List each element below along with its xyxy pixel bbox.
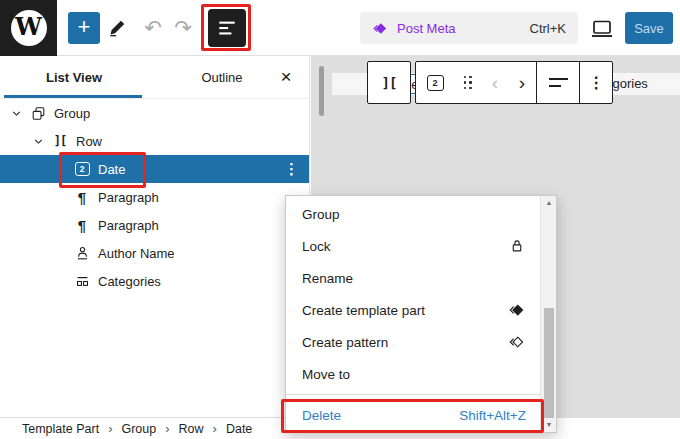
toolbar-options-button[interactable]: ⋮ [580,62,612,103]
list-view-item-label: Paragraph [98,190,159,205]
row-block-icon: ][ [50,132,70,150]
breadcrumb-separator: › [165,421,169,436]
drag-handle-icon [464,76,473,90]
menu-item-rename[interactable]: Rename [286,262,540,294]
list-view-item-row[interactable]: ][ Row [0,127,309,155]
pattern-icon [508,333,526,351]
wordpress-logo-button[interactable]: W [0,0,57,56]
block-inserter-button[interactable]: + [68,12,100,44]
menu-divider [286,394,540,395]
wordpress-logo-icon: W [11,10,47,46]
tab-outline[interactable]: Outline [148,56,296,98]
chevron-down-icon[interactable] [30,133,46,149]
options-kebab-icon: ⋮ [588,73,604,92]
drag-handle[interactable] [454,62,482,103]
menu-item-lock[interactable]: Lock [286,230,540,262]
breadcrumb-separator: › [213,421,217,436]
save-button[interactable]: Save [625,12,673,44]
list-view-item-label: Group [54,106,90,121]
template-part-icon [508,301,526,319]
menu-item-create-pattern[interactable]: Create pattern [286,326,540,358]
undo-icon: ↶ [144,16,162,40]
list-view-panel: List View Outline × Group ][ Row [0,56,310,417]
list-view-item-categories[interactable]: Categories [0,267,309,295]
justify-left-icon [549,78,568,88]
breadcrumb-date: Date [226,422,252,436]
list-view-item-label: Row [76,134,102,149]
list-view-item-paragraph[interactable]: ¶ Paragraph [0,211,309,239]
date-block-icon: 2 [72,160,92,178]
panel-tabs: List View Outline × [0,56,309,99]
group-block-icon [28,104,48,122]
close-icon: × [280,66,291,87]
list-view-item-label: Date [98,162,125,177]
view-button[interactable] [590,17,614,41]
date-block-type-button[interactable]: 2 [416,62,454,103]
menu-item-delete[interactable]: Delete Shift+Alt+Z [286,398,540,432]
command-bar[interactable]: Post Meta Ctrl+K [360,12,578,44]
chevron-left-icon: ‹ [492,73,498,92]
list-view-item-date[interactable]: 2 Date ⋮ [0,155,309,183]
menu-item-move-to[interactable]: Move to [286,358,540,390]
menu-item-create-template-part[interactable]: Create template part [286,294,540,326]
canvas-scrollbar-thumb[interactable] [319,66,324,116]
author-block-icon [72,244,92,262]
select-parent-row-button[interactable]: ][ [367,61,411,104]
list-view-item-label: Categories [98,274,161,289]
calendar-icon: 2 [427,75,444,91]
active-tab-underline [4,95,142,98]
list-view-item-label: Paragraph [98,218,159,233]
list-view-toggle-button[interactable] [208,9,246,47]
close-panel-button[interactable]: × [275,67,297,89]
lock-icon [508,237,526,255]
chevron-right-icon: › [519,73,525,92]
tools-button[interactable] [105,16,129,40]
breadcrumb-row[interactable]: Row [179,422,204,436]
menu-scrollbar-thumb[interactable] [544,308,554,418]
menu-item-group[interactable]: Group [286,198,540,230]
list-view-item-label: Author Name [98,246,175,261]
redo-button[interactable]: ↷ [171,16,195,40]
undo-button[interactable]: ↶ [141,16,165,40]
menu-scrollbar[interactable]: ▲ ▼ [540,196,556,432]
options-kebab-icon[interactable]: ⋮ [284,160,299,178]
justification-button[interactable] [537,62,579,103]
command-bar-title: Post Meta [397,21,456,36]
list-view-icon [216,17,238,39]
laptop-icon [590,18,614,40]
command-bar-shortcut: Ctrl+K [530,21,566,36]
block-options-menu: Group Lock Rename Create template part [285,195,557,433]
categories-block-icon [72,272,92,290]
move-left-button[interactable]: ‹ [482,62,508,103]
pencil-icon [107,18,127,38]
chevron-down-icon[interactable] [8,105,24,121]
scroll-down-icon[interactable]: ▼ [541,419,557,431]
delete-shortcut: Shift+Alt+Z [459,408,526,423]
breadcrumb-group[interactable]: Group [121,422,156,436]
plus-icon: + [78,14,91,39]
tab-list-view[interactable]: List View [0,56,148,98]
breadcrumb-separator: › [108,421,112,436]
list-view-item-author-name[interactable]: Author Name [0,239,309,267]
block-tree: Group ][ Row 2 Date ⋮ ¶ Paragraph ¶ Para… [0,99,309,295]
paragraph-block-icon: ¶ [72,216,92,234]
paragraph-block-icon: ¶ [72,188,92,206]
breadcrumb-template-part[interactable]: Template Part [22,422,99,436]
editor-top-bar: W + ↶ ↷ Post Meta Ctrl+K Save [0,0,680,56]
block-toolbar: 2 ‹ › ⋮ [415,61,613,104]
list-view-item-group[interactable]: Group [0,99,309,127]
list-view-item-paragraph[interactable]: ¶ Paragraph [0,183,309,211]
row-block-icon: ][ [382,75,397,91]
wordpress-logo-letter: W [15,15,42,39]
template-part-diamond-icon [372,20,389,37]
move-right-button[interactable]: › [508,62,536,103]
redo-icon: ↷ [174,16,192,40]
scroll-up-icon[interactable]: ▲ [541,197,557,209]
